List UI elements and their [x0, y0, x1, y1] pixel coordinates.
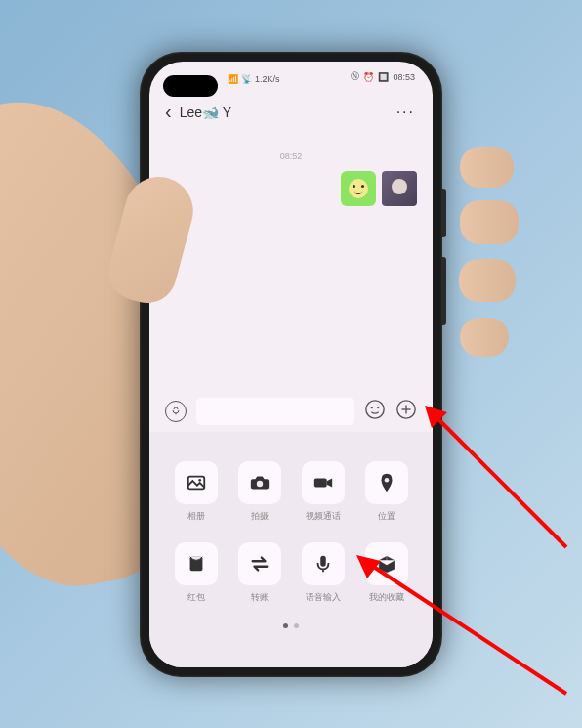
nfc-icon: Ⓝ: [351, 70, 359, 83]
location-icon: [365, 461, 408, 504]
message-timestamp: 08:52: [165, 151, 417, 161]
page-dot-2[interactable]: [294, 623, 299, 628]
alarm-icon: ⏰: [363, 72, 374, 82]
video-icon: [302, 461, 345, 504]
redpacket-icon: [175, 542, 218, 585]
status-time: 08:53: [393, 72, 415, 82]
user-avatar[interactable]: [382, 171, 417, 206]
message-text-input[interactable]: [196, 398, 354, 425]
annotation-arrow-plus: [410, 391, 576, 557]
attachment-location[interactable]: 位置: [359, 461, 413, 523]
chat-messages-area[interactable]: 08:52: [149, 132, 433, 391]
svg-point-8: [256, 480, 262, 486]
message-input-bar: [149, 391, 433, 432]
page-dot-1[interactable]: [283, 623, 288, 628]
network-speed: 1.2K/s: [255, 74, 280, 84]
svg-marker-16: [356, 555, 381, 578]
attachment-album[interactable]: 相册: [169, 461, 223, 523]
svg-rect-12: [320, 555, 326, 566]
redpacket-label: 红包: [187, 591, 205, 604]
svg-point-2: [377, 407, 379, 408]
camera-icon: [238, 461, 281, 504]
more-button[interactable]: ···: [396, 104, 415, 121]
svg-line-13: [435, 415, 566, 547]
svg-point-0: [366, 400, 384, 417]
message-row: [165, 171, 417, 206]
camera-label: 拍摄: [251, 510, 269, 523]
svg-point-1: [371, 407, 373, 408]
attachment-transfer[interactable]: 转账: [232, 542, 286, 604]
back-button[interactable]: ‹: [165, 101, 172, 123]
attachment-red-packet[interactable]: 红包: [169, 542, 223, 604]
voice-label: 语音输入: [306, 591, 341, 604]
signal-icon: 📶: [228, 74, 238, 84]
camera-punch-hole: [163, 75, 218, 97]
smile-emoji-icon: [349, 179, 368, 198]
voice-icon: [302, 542, 345, 585]
chat-header: ‹ Lee🐋 Y ···: [149, 93, 433, 132]
album-label: 相册: [187, 510, 205, 523]
video-label: 视频通话: [306, 510, 341, 523]
transfer-icon: [238, 542, 281, 585]
emoji-picker-button[interactable]: [364, 399, 386, 424]
attachment-camera[interactable]: 拍摄: [232, 461, 286, 523]
attachment-video-call[interactable]: 视频通话: [296, 461, 350, 523]
emoji-message-bubble[interactable]: [341, 171, 376, 206]
location-label: 位置: [378, 510, 395, 523]
annotation-arrow-voice: [342, 537, 576, 704]
svg-point-10: [384, 477, 389, 482]
voice-input-toggle-icon[interactable]: [165, 401, 187, 422]
svg-point-7: [198, 478, 201, 481]
wifi-icon: 📡: [241, 74, 252, 84]
album-icon: [175, 461, 218, 504]
svg-rect-9: [313, 478, 326, 487]
contact-name[interactable]: Lee🐋 Y: [180, 105, 231, 120]
svg-line-15: [366, 562, 566, 694]
battery-icon: 🔲: [378, 72, 389, 82]
transfer-label: 转账: [251, 591, 269, 604]
